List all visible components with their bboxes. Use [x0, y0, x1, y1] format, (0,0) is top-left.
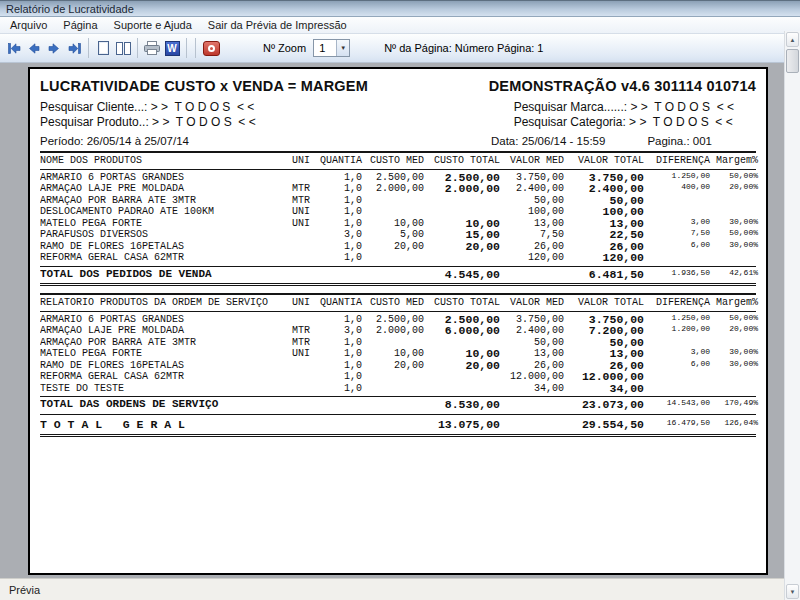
cell-name: PARAFUSOS DIVERSOS: [40, 229, 288, 241]
report-page-number: Pagina.: 001: [647, 135, 712, 147]
toolbar-separator: [88, 38, 89, 58]
cell-valor-med: 13,00: [502, 218, 566, 230]
cell-diferenca: 400,00: [646, 181, 712, 193]
table-row: ARMAÇÃO LAJE PRE MOLDADAMTR3,02.000,006.…: [40, 325, 756, 337]
column-header-margem: Margem%: [712, 155, 760, 167]
cell-valor-med: 3.750,00: [502, 314, 566, 326]
cell-custo-med: 20,00: [364, 241, 426, 253]
first-page-button[interactable]: [5, 38, 23, 58]
table-row: REFORMA GERAL CASA 62MTR1,0120,00120,00: [40, 252, 756, 264]
previous-page-button[interactable]: [25, 38, 43, 58]
cell-margem: 50,00%: [712, 227, 760, 239]
cell-valor-total: 6.481,50: [566, 269, 646, 281]
cell-custo-total: 2.500,00: [426, 172, 502, 184]
column-header-uni: UNI: [288, 155, 314, 167]
cell-valor-med: 3.750,00: [502, 172, 566, 184]
menu-item-arquivo[interactable]: Arquivo: [2, 18, 55, 32]
cell-custo-med: 10,00: [364, 218, 426, 230]
cell-name: ARMAÇÃO POR BARRA ATE 3MTR: [40, 337, 288, 349]
menu-item-pagina[interactable]: Página: [55, 18, 105, 32]
title-bar: Relatório de Lucratividade: [0, 0, 800, 17]
report-date: Data: 25/06/14 - 15:59: [491, 135, 605, 147]
toolbar: W Nº Zoom 1 ▼ Nº da Página: Número Págin…: [0, 34, 784, 63]
filter-marca: Pesquisar Marca......: > > T O D O S < <: [514, 100, 734, 115]
vertical-scrollbar[interactable]: ▲ ▼: [784, 31, 800, 600]
total-row: TOTAL DAS ORDENS DE SERVIÇO8.530,0023.07…: [40, 396, 756, 415]
grand-total-row: T O T A L G E R A L 13.075,00 29.554,50 …: [40, 415, 756, 438]
cell-name: REFORMA GERAL CASA 62MTR: [40, 371, 288, 383]
cell-qty: 1,0: [314, 206, 364, 218]
cell-valor-total: 3.750,00: [566, 172, 646, 184]
last-page-button[interactable]: [65, 38, 83, 58]
menu-item-suporte-e-ajuda[interactable]: Suporte e Ajuda: [106, 18, 200, 32]
menu-item-sair-da-previa-de-impressao[interactable]: Sair da Prévia de Impressão: [200, 18, 355, 32]
cell-valor-med: 2.400,00: [502, 325, 566, 337]
page-info-label: Nº da Página: Número Página: 1: [384, 42, 543, 54]
filter-categoria: Pesquisar Categoria: > > T O D O S < <: [514, 115, 734, 130]
cell-qty: 1,0: [314, 252, 364, 264]
cell-name: ARMAÇÃO LAJE PRE MOLDADA: [40, 325, 288, 337]
filter-cliente: Pesquisar Cliente...: > > T O D O S < <: [40, 100, 256, 115]
cell-custo-med: 10,00: [364, 348, 426, 360]
toolbar-separator: [186, 38, 187, 58]
cell-custo-med: 2.500,00: [364, 314, 426, 326]
cell-valor-total: 34,00: [566, 383, 646, 395]
column-header-valor-med: VALOR MED: [502, 297, 566, 309]
cell-custo-med: 5,00: [364, 229, 426, 241]
service-orders-table: RELATÓRIO PRODUTOS DA ORDEM DE SERVIÇOUN…: [40, 293, 756, 415]
cell-qty: 3,0: [314, 325, 364, 337]
cell-margem: 30,00%: [712, 346, 760, 358]
cell-uni: MTR: [288, 337, 314, 349]
cell-name: ARMARIO 6 PORTAS GRANDES: [40, 314, 288, 326]
report-header: LUCRATIVIDADE CUSTO x VENDA = MARGEM DEM…: [40, 78, 756, 94]
cell-diferenca: 16.479,50: [646, 417, 712, 429]
cell-qty: 1,0: [314, 371, 364, 383]
table-header-row: NOME DOS PRODUTOSUNIQUANTIACUSTO MEDCUST…: [40, 151, 756, 170]
two-page-view-button[interactable]: [114, 38, 132, 58]
cell-custo-total: 2.500,00: [426, 314, 502, 326]
cell-name: ARMARIO 6 PORTAS GRANDES: [40, 172, 288, 184]
column-header-qty: QUANTIA: [314, 155, 364, 167]
cell-name: RAMO DE FLORES 16PETALAS: [40, 360, 288, 372]
cell-qty: 1,0: [314, 348, 364, 360]
cell-custo-med: 2.000,00: [364, 183, 426, 195]
export-word-button[interactable]: W: [163, 38, 181, 58]
cell-diferenca: 1.200,00: [646, 323, 712, 335]
report-version: DEMONSTRAÇÃO v4.6 301114 010714: [489, 78, 756, 94]
total-row: TOTAL DOS PEDIDOS DE VENDA4.545,006.481,…: [40, 266, 756, 287]
single-page-view-button[interactable]: [94, 38, 112, 58]
cell-valor-med: 26,00: [502, 241, 566, 253]
filters-left: Pesquisar Cliente...: > > T O D O S < < …: [40, 100, 256, 130]
power-icon: [203, 41, 220, 56]
cell-custo-total: 2.000,00: [426, 183, 502, 195]
table-row: RAMO DE FLORES 16PETALAS1,020,0020,0026,…: [40, 360, 756, 372]
chevron-down-icon[interactable]: ▼: [336, 40, 349, 56]
sales-table: NOME DOS PRODUTOSUNIQUANTIACUSTO MEDCUST…: [40, 151, 756, 286]
cell-name: RAMO DE FLORES 16PETALAS: [40, 241, 288, 253]
zoom-select[interactable]: 1 ▼: [313, 39, 350, 57]
next-page-button[interactable]: [45, 38, 63, 58]
cell-name: DESLOCAMENTO PADRAO ATE 100KM: [40, 206, 288, 218]
cell-custo-total: 10,00: [426, 348, 502, 360]
cell-valor-total: 12.000,00: [566, 371, 646, 383]
table-row: TESTE DO TESTE1,034,0034,00: [40, 383, 756, 395]
preview-area: LUCRATIVIDADE CUSTO x VENDA = MARGEM DEM…: [0, 63, 784, 578]
cell-diferenca: 6,00: [646, 358, 712, 370]
cell-margem: 50,00%: [712, 170, 760, 182]
scroll-up-icon[interactable]: ▲: [786, 32, 799, 47]
cell-diferenca: 3,00: [646, 346, 712, 358]
cell-uni: MTR: [288, 325, 314, 337]
column-header-custo-med: CUSTO MED: [364, 297, 426, 309]
print-button[interactable]: [143, 38, 161, 58]
table-row: RAMO DE FLORES 16PETALAS1,020,0020,0026,…: [40, 241, 756, 253]
scroll-down-icon[interactable]: ▼: [786, 584, 799, 599]
toolbar-separator: [137, 38, 138, 58]
app-window: Relatório de Lucratividade ArquivoPágina…: [0, 0, 800, 600]
close-preview-button[interactable]: [201, 38, 222, 58]
cell-valor-med: 13,00: [502, 348, 566, 360]
column-header-diferenca: DIFERENÇA: [646, 297, 712, 309]
scrollbar-thumb[interactable]: [786, 49, 799, 73]
table-rows: ARMARIO 6 PORTAS GRANDES1,02.500,002.500…: [40, 312, 756, 396]
cell-custo-med: 2.500,00: [364, 172, 426, 184]
zoom-value: 1: [314, 40, 336, 56]
